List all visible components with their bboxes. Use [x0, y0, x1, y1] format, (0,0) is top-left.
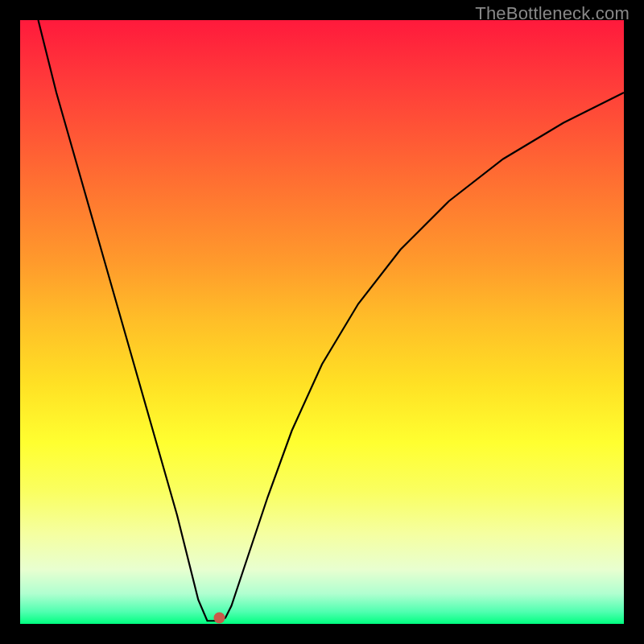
chart-plot-area [20, 20, 624, 624]
optimal-point-marker [214, 613, 225, 624]
chart-svg [20, 20, 624, 624]
bottleneck-curve [39, 20, 625, 621]
watermark-text: TheBottleneck.com [475, 3, 630, 24]
